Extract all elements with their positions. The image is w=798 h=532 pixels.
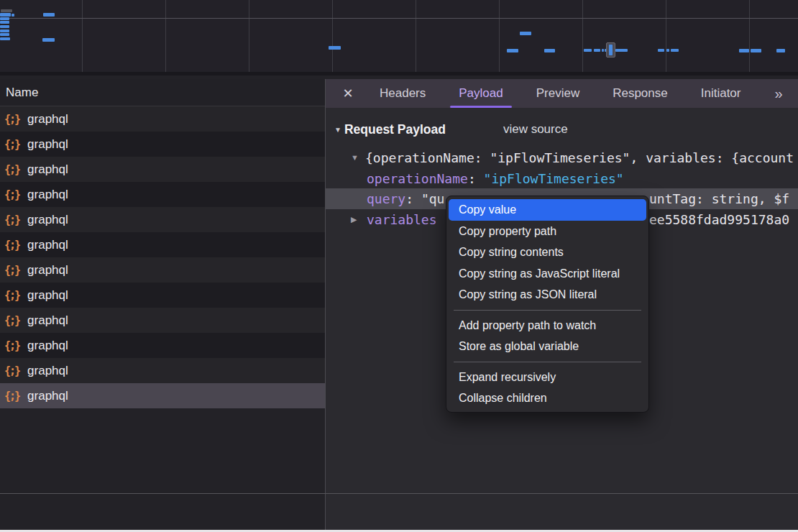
timeline-bar <box>658 49 664 52</box>
menu-divider <box>454 362 641 362</box>
timeline-bar <box>520 32 531 35</box>
menu-item-add-property-path-to-watch[interactable]: Add property path to watch <box>446 315 648 336</box>
request-rows: {;}graphql{;}graphql{;}graphql{;}graphql… <box>0 106 325 408</box>
expand-triangle-icon[interactable]: ▶ <box>351 209 357 230</box>
menu-item-copy-value[interactable]: Copy value <box>449 199 646 221</box>
view-source-link[interactable]: view source <box>503 122 568 137</box>
menu-item-copy-string-as-json-literal[interactable]: Copy string as JSON literal <box>446 284 648 306</box>
timeline-bar <box>0 17 9 20</box>
timeline-bar <box>0 33 9 36</box>
json-value-fragment: untTag: string, $f <box>649 188 789 209</box>
request-name: graphql <box>27 339 68 353</box>
tab-headers[interactable]: Headers <box>380 79 426 108</box>
timeline-bar <box>751 49 761 52</box>
timeline-bar <box>507 49 518 52</box>
request-name: graphql <box>27 213 68 227</box>
json-braces-icon: {;} <box>4 314 19 327</box>
json-braces-icon: {;} <box>4 289 19 302</box>
json-braces-icon: {;} <box>4 264 19 277</box>
menu-item-store-as-global-variable[interactable]: Store as global variable <box>446 336 648 357</box>
request-name: graphql <box>27 313 68 328</box>
request-name: graphql <box>27 188 68 202</box>
json-value-start: "qu <box>421 191 445 206</box>
timeline-bar <box>42 38 55 42</box>
request-name: graphql <box>27 162 68 177</box>
overview-horizontal-gridline <box>0 18 798 19</box>
request-name: graphql <box>27 238 68 252</box>
timeline-bar <box>584 49 592 52</box>
json-value-fragment: ee5588fdad995178a0 <box>649 209 789 230</box>
timeline-bar <box>0 25 9 28</box>
menu-item-expand-recursively[interactable]: Expand recursively <box>446 367 648 388</box>
more-tabs-icon[interactable]: » <box>774 86 780 102</box>
request-row-graphql[interactable]: {;}graphql <box>0 308 325 333</box>
request-name: graphql <box>27 112 68 127</box>
summary-bar-divider <box>0 493 798 494</box>
request-row-graphql[interactable]: {;}graphql <box>0 182 325 207</box>
request-list-panel: Name {;}graphql{;}graphql{;}graphql{;}gr… <box>0 79 325 530</box>
detail-tabbar: ✕ HeadersPayloadPreviewResponseInitiator… <box>326 79 798 108</box>
overview-gridline <box>749 0 750 72</box>
request-row-graphql[interactable]: {;}graphql <box>0 157 325 182</box>
payload-root-preview: {operationName: "ipFlowTimeseries", vari… <box>365 147 794 168</box>
json-braces-icon: {;} <box>4 138 19 151</box>
request-row-graphql[interactable]: {;}graphql <box>0 358 325 383</box>
request-row-graphql[interactable]: {;}graphql <box>0 232 325 257</box>
tab-response[interactable]: Response <box>613 79 668 108</box>
panel-divider[interactable] <box>325 79 326 530</box>
overview-gridline <box>249 0 249 72</box>
expand-triangle-icon[interactable]: ▼ <box>351 147 359 168</box>
overview-gridline <box>499 0 500 72</box>
overview-gridline <box>165 0 166 72</box>
request-row-graphql[interactable]: {;}graphql <box>0 132 325 157</box>
request-row-graphql[interactable]: {;}graphql <box>0 207 325 232</box>
tab-preview[interactable]: Preview <box>536 79 579 108</box>
json-braces-icon: {;} <box>4 113 19 126</box>
timeline-bar <box>43 13 55 17</box>
collapse-triangle-icon[interactable]: ▼ <box>334 126 341 134</box>
request-name: graphql <box>27 389 68 403</box>
tab-initiator[interactable]: Initiator <box>701 79 741 108</box>
request-row-graphql[interactable]: {;}graphql <box>0 283 325 308</box>
timeline-bar <box>12 14 14 17</box>
key-separator: : <box>468 171 484 186</box>
menu-item-copy-string-contents[interactable]: Copy string contents <box>446 242 648 263</box>
menu-item-collapse-children[interactable]: Collapse children <box>446 387 648 409</box>
key-separator: : <box>405 191 421 206</box>
json-key: query <box>367 191 405 206</box>
json-braces-icon: {;} <box>4 239 19 252</box>
section-title: Request Payload <box>344 122 446 137</box>
overview-gridline <box>666 0 666 72</box>
timeline-bar <box>594 49 600 52</box>
request-payload-section-header[interactable]: ▼ Request Payload view source <box>334 119 568 140</box>
payload-row-operationname[interactable]: operationName: "ipFlowTimeseries" <box>326 168 798 189</box>
request-name: graphql <box>27 263 68 278</box>
overview-gridline <box>582 0 583 72</box>
json-braces-icon: {;} <box>4 214 19 226</box>
close-icon[interactable]: ✕ <box>341 86 354 101</box>
request-row-graphql[interactable]: {;}graphql <box>0 333 325 358</box>
timeline-bar <box>329 46 341 50</box>
request-row-graphql[interactable]: {;}graphql <box>0 257 325 283</box>
network-overview-waterfall[interactable] <box>0 0 798 75</box>
name-column-header[interactable]: Name <box>0 79 325 106</box>
tab-payload[interactable]: Payload <box>459 79 503 108</box>
json-key: variables <box>367 212 437 227</box>
timeline-bar <box>671 49 679 52</box>
request-row-graphql[interactable]: {;}graphql <box>0 106 325 132</box>
timeline-bar <box>0 21 9 24</box>
json-key: operationName <box>367 171 468 186</box>
json-braces-icon: {;} <box>4 163 19 176</box>
timeline-bar <box>739 49 749 52</box>
timeline-bar <box>615 49 628 52</box>
overview-gridline <box>416 0 416 72</box>
menu-item-copy-property-path[interactable]: Copy property path <box>446 221 648 242</box>
request-name: graphql <box>27 364 68 378</box>
menu-item-copy-string-as-javascript-literal[interactable]: Copy string as JavaScript literal <box>446 263 648 285</box>
request-row-graphql[interactable]: {;}graphql <box>0 383 325 408</box>
payload-root-row[interactable]: ▼ {operationName: "ipFlowTimeseries", va… <box>326 147 798 168</box>
json-braces-icon: {;} <box>4 188 19 201</box>
overview-gridline <box>332 0 333 72</box>
json-braces-icon: {;} <box>4 390 19 403</box>
overview-gridline <box>82 0 83 72</box>
